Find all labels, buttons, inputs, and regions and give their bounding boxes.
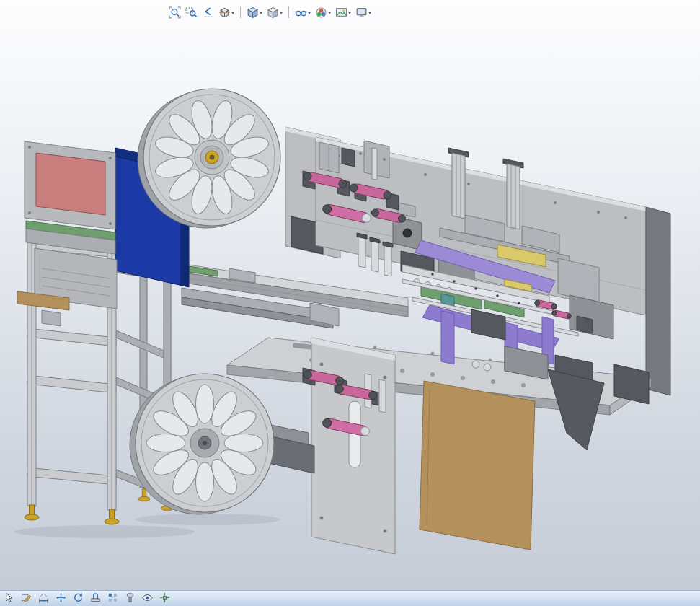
exploded-view-button[interactable] — [159, 592, 172, 605]
edit-appearance-icon — [315, 6, 327, 19]
display-style-button[interactable]: ▾ — [265, 4, 284, 20]
red-screen-panel — [36, 153, 105, 215]
smart-fastener-button[interactable] — [124, 592, 137, 605]
apply-scene-button[interactable]: ▾ — [334, 4, 353, 20]
heads-up-toolbar: ▾▾▾▾▾▾▾ — [164, 4, 376, 21]
cad-window: ▾▾▾▾▾▾▾ — [0, 0, 700, 606]
tan-cover-sheet[interactable] — [420, 381, 535, 550]
select-button[interactable] — [3, 592, 16, 605]
mate-button[interactable] — [89, 592, 102, 605]
side-guard-dark[interactable] — [548, 369, 604, 450]
purple-plate — [441, 311, 454, 364]
right-side-plate[interactable] — [646, 207, 670, 395]
zoom-to-fit-button[interactable] — [167, 4, 182, 20]
display-style-icon — [267, 6, 279, 19]
rotate-component-button[interactable] — [72, 592, 85, 605]
move-component-button[interactable] — [55, 592, 68, 605]
previous-view-icon — [202, 6, 214, 19]
hide-show-items-dropdown-arrow[interactable]: ▾ — [308, 6, 311, 19]
viewport-canvas[interactable] — [0, 0, 700, 606]
exploded-view-icon — [159, 592, 172, 605]
hide-show-items-button[interactable]: ▾ — [293, 4, 312, 20]
sketch-icon — [21, 592, 33, 605]
move-component-icon — [56, 592, 68, 605]
previous-view-button[interactable] — [200, 4, 216, 20]
pattern-icon — [107, 592, 120, 605]
apply-scene-icon — [335, 6, 347, 19]
supply-reel-top[interactable] — [138, 89, 280, 228]
toolbar-separator — [288, 6, 289, 18]
hide-show-items-icon — [295, 6, 307, 19]
display-style-dropdown-arrow[interactable]: ▾ — [280, 6, 283, 19]
hide-show-components-button[interactable] — [141, 592, 154, 605]
zoom-to-area-icon — [185, 6, 198, 19]
section-view-icon — [218, 6, 231, 19]
edit-appearance-button[interactable]: ▾ — [314, 4, 332, 20]
view-settings-icon — [355, 6, 368, 19]
eye-icon — [142, 592, 154, 605]
section-view-button[interactable]: ▾ — [217, 4, 236, 20]
apply-scene-dropdown-arrow[interactable]: ▾ — [348, 6, 351, 19]
supply-reel-bottom[interactable] — [130, 374, 274, 514]
dimension-icon — [38, 592, 50, 605]
component-pattern-button[interactable] — [107, 592, 120, 605]
view-settings-button[interactable]: ▾ — [354, 4, 373, 20]
smart-dimension-button[interactable] — [37, 592, 50, 605]
zoom-to-area-button[interactable] — [184, 4, 199, 20]
view-orientation-button[interactable]: ▾ — [245, 4, 264, 20]
edit-appearance-dropdown-arrow[interactable]: ▾ — [328, 6, 331, 19]
zoom-to-fit-icon — [169, 6, 181, 19]
view-orientation-icon — [247, 6, 259, 19]
sketch-button[interactable] — [20, 592, 33, 605]
rotate-component-icon — [73, 592, 85, 605]
view-settings-dropdown-arrow[interactable]: ▾ — [368, 6, 371, 19]
mate-icon — [90, 592, 102, 605]
fastener-icon — [125, 592, 137, 605]
select-icon — [4, 592, 16, 605]
shadows — [14, 514, 280, 538]
front-plate[interactable] — [311, 338, 395, 554]
section-view-dropdown-arrow[interactable]: ▾ — [231, 6, 234, 19]
view-orientation-dropdown-arrow[interactable]: ▾ — [260, 6, 262, 19]
toolbar-separator — [240, 6, 241, 18]
bottom-toolbar — [0, 590, 700, 606]
